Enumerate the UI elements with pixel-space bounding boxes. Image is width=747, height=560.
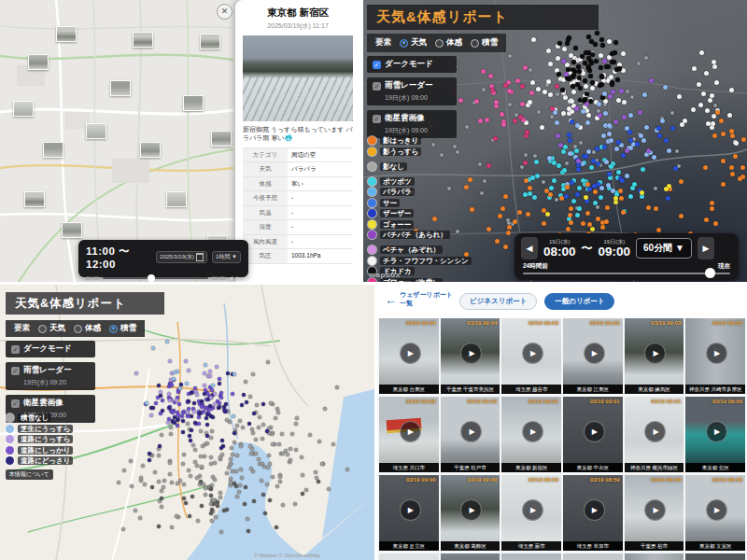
report-dot[interactable]: [187, 369, 190, 372]
report-dot[interactable]: [628, 113, 633, 118]
report-dot[interactable]: [191, 443, 195, 447]
report-dot[interactable]: [157, 454, 161, 457]
report-dot[interactable]: [275, 484, 279, 488]
report-dot[interactable]: [524, 153, 528, 157]
report-dot[interactable]: [204, 363, 207, 367]
report-dot[interactable]: [703, 165, 708, 170]
date-picker-chip[interactable]: 2025/3/19(水): [156, 251, 207, 263]
report-dot[interactable]: [546, 49, 551, 53]
report-dot[interactable]: [493, 136, 498, 141]
report-dot[interactable]: [556, 92, 559, 96]
report-dot[interactable]: [193, 448, 197, 452]
report-dot[interactable]: [712, 64, 717, 69]
element-radio-積雪[interactable]: 積雪: [471, 37, 498, 49]
report-dot[interactable]: [317, 440, 321, 443]
element-radio-天気[interactable]: 天気: [400, 37, 427, 49]
report-dot[interactable]: [555, 198, 558, 202]
report-dot[interactable]: [157, 384, 161, 387]
report-dot[interactable]: [679, 214, 684, 218]
report-dot[interactable]: [139, 476, 143, 480]
report-dot[interactable]: [738, 176, 742, 181]
report-dot[interactable]: [599, 65, 603, 70]
report-dot[interactable]: [165, 340, 169, 343]
report-dot[interactable]: [252, 412, 256, 415]
report-dot[interactable]: [698, 103, 703, 107]
report-dot[interactable]: [575, 192, 580, 197]
report-thumbnail[interactable]: 03/19 09:00▶東京都 北区: [685, 397, 745, 472]
report-dot[interactable]: [580, 54, 585, 59]
play-button[interactable]: ▶: [584, 499, 605, 521]
layer-toggle[interactable]: ✓衛星雲画像19日(水) 09:00: [367, 110, 457, 138]
report-dot[interactable]: [574, 148, 579, 153]
element-radio-積雪[interactable]: 積雪: [109, 323, 136, 334]
report-dot[interactable]: [712, 133, 717, 138]
report-dot[interactable]: [167, 406, 171, 410]
report-dot[interactable]: [503, 83, 508, 88]
report-dot[interactable]: [241, 426, 245, 429]
report-dot[interactable]: [490, 88, 495, 92]
report-dot[interactable]: [570, 99, 574, 104]
report-dot[interactable]: [569, 53, 573, 58]
report-dot[interactable]: [488, 74, 493, 78]
interval-dropdown[interactable]: 60分間 ▼: [636, 238, 692, 259]
report-dot[interactable]: [192, 410, 196, 413]
report-dot[interactable]: [195, 393, 199, 397]
report-dot[interactable]: [227, 466, 231, 469]
report-dot[interactable]: [567, 106, 571, 111]
report-dot[interactable]: [225, 471, 229, 475]
report-dot[interactable]: [520, 165, 524, 169]
report-dot[interactable]: [170, 384, 174, 387]
report-dot[interactable]: [563, 95, 568, 100]
report-dot[interactable]: [557, 72, 561, 77]
report-dot[interactable]: [585, 211, 590, 216]
report-dot[interactable]: [209, 511, 213, 515]
report-dot[interactable]: [597, 102, 601, 106]
report-dot[interactable]: [250, 447, 254, 451]
report-dot[interactable]: [552, 178, 557, 183]
report-dot[interactable]: [611, 90, 615, 94]
report-dot[interactable]: [485, 118, 489, 122]
photo-marker[interactable]: [28, 54, 49, 70]
report-dot[interactable]: [169, 426, 173, 429]
report-dot[interactable]: [173, 421, 176, 425]
report-dot[interactable]: [293, 502, 297, 506]
report-dot[interactable]: [270, 432, 274, 436]
report-dot[interactable]: [205, 423, 209, 427]
report-dot[interactable]: [595, 147, 599, 151]
report-dot[interactable]: [234, 484, 238, 488]
report-dot[interactable]: [281, 503, 285, 507]
report-dot[interactable]: [159, 390, 162, 394]
report-dot[interactable]: [567, 77, 571, 81]
report-dot[interactable]: [211, 415, 215, 419]
report-dot[interactable]: [190, 414, 193, 418]
play-button[interactable]: ▶: [706, 421, 727, 442]
report-dot[interactable]: [710, 206, 714, 211]
report-dot[interactable]: [575, 213, 580, 217]
report-dot[interactable]: [566, 227, 571, 231]
report-dot[interactable]: [177, 402, 181, 406]
report-dot[interactable]: [184, 501, 188, 505]
report-dot[interactable]: [644, 56, 648, 60]
report-dot[interactable]: [719, 119, 724, 123]
prev-hour-button[interactable]: ◀: [521, 237, 538, 259]
report-dot[interactable]: [699, 50, 704, 55]
report-dot[interactable]: [257, 457, 261, 461]
report-dot[interactable]: [219, 396, 223, 399]
report-dot[interactable]: [677, 94, 682, 99]
report-dot[interactable]: [181, 430, 185, 434]
report-dot[interactable]: [301, 473, 304, 477]
report-dot[interactable]: [705, 108, 710, 113]
report-dot[interactable]: [589, 61, 594, 65]
report-dot[interactable]: [211, 384, 215, 387]
report-dot[interactable]: [323, 407, 327, 411]
report-dot[interactable]: [599, 195, 603, 200]
report-dot[interactable]: [266, 360, 270, 364]
report-dot[interactable]: [218, 377, 221, 381]
report-thumbnail[interactable]: 03/19 09:01▶東京都 新宿区: [501, 397, 561, 472]
report-dot[interactable]: [649, 78, 654, 83]
report-dot[interactable]: [562, 47, 567, 51]
play-button[interactable]: ▶: [460, 343, 482, 364]
report-dot[interactable]: [596, 161, 600, 166]
report-dot[interactable]: [571, 84, 575, 89]
report-dot[interactable]: [230, 446, 233, 450]
